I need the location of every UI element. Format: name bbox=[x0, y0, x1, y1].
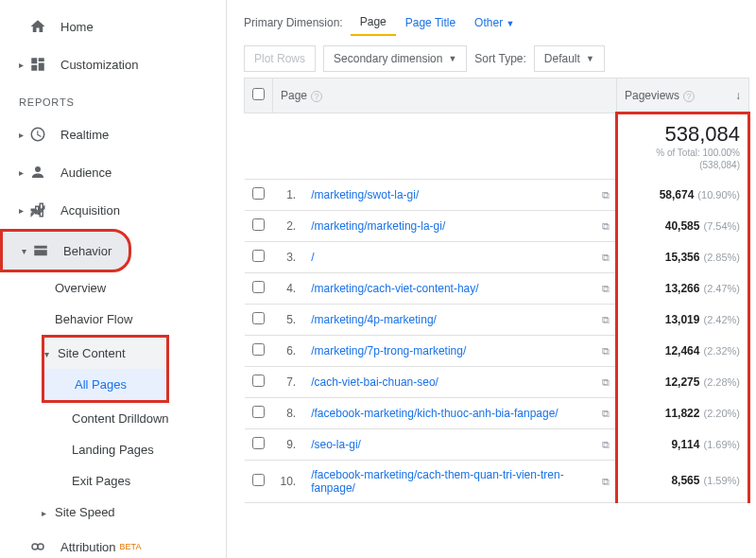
page-link[interactable]: /facebook-marketing/cach-them-quan-tri-v… bbox=[311, 468, 563, 495]
row-pageviews: 9,114(1.69%) bbox=[617, 428, 749, 460]
sub-overview[interactable]: Overview bbox=[0, 272, 226, 304]
row-checkbox[interactable] bbox=[252, 406, 265, 418]
reports-header: REPORTS bbox=[0, 83, 226, 115]
row-page-cell: /marketing/swot-la-gi/⧉ bbox=[303, 179, 616, 210]
th-checkbox bbox=[245, 78, 273, 113]
row-checkbox[interactable] bbox=[252, 437, 265, 449]
sort-desc-icon: ↓ bbox=[735, 89, 741, 102]
open-link-icon[interactable]: ⧉ bbox=[602, 475, 610, 487]
row-number: 9. bbox=[273, 428, 304, 460]
chevron-down-icon: ▼ bbox=[586, 54, 594, 63]
page-link[interactable]: / bbox=[311, 251, 314, 264]
th-page[interactable]: Page? bbox=[273, 78, 617, 113]
th-pageviews[interactable]: Pageviews?↓ bbox=[617, 78, 749, 113]
home-icon bbox=[28, 17, 47, 36]
row-pageviews: 12,275(2.28%) bbox=[617, 366, 749, 397]
page-link[interactable]: /cach-viet-bai-chuan-seo/ bbox=[311, 375, 438, 389]
nav-acquisition[interactable]: ▸ Acquisition bbox=[0, 191, 226, 229]
sub-site-content[interactable]: ▾Site Content bbox=[44, 338, 166, 369]
row-pageviews: 12,464(2.32%) bbox=[617, 335, 749, 366]
row-page-cell: /marketing/4p-marketing/⧉ bbox=[303, 304, 616, 335]
page-link[interactable]: /marketing/marketing-la-gi/ bbox=[311, 219, 445, 233]
row-checkbox[interactable] bbox=[252, 474, 265, 486]
caret-icon: ▾ bbox=[18, 246, 29, 256]
nav-audience-label: Audience bbox=[60, 166, 112, 180]
nav-acquisition-label: Acquisition bbox=[60, 203, 120, 218]
page-link[interactable]: /marketing/swot-la-gi/ bbox=[311, 188, 419, 201]
nav-customization-label: Customization bbox=[60, 58, 138, 72]
caret-down-icon: ▾ bbox=[44, 349, 54, 359]
sub-site-content-label: Site Content bbox=[58, 346, 126, 360]
dim-tab-other[interactable]: Other ▼ bbox=[465, 10, 524, 35]
nav-customization[interactable]: ▸ Customization bbox=[0, 45, 226, 83]
open-link-icon[interactable]: ⧉ bbox=[602, 282, 610, 294]
dashboard-icon bbox=[28, 55, 47, 74]
row-pageviews: 8,565(1.59%) bbox=[617, 460, 749, 502]
nav-attribution-label: Attribution bbox=[60, 540, 116, 554]
row-checkbox[interactable] bbox=[252, 187, 265, 200]
row-checkbox[interactable] bbox=[252, 343, 265, 356]
help-icon[interactable]: ? bbox=[683, 91, 695, 102]
row-number: 7. bbox=[273, 366, 304, 397]
row-number: 5. bbox=[273, 304, 304, 335]
sort-type-label: Sort Type: bbox=[474, 52, 525, 65]
sub-site-speed[interactable]: ▸Site Speed bbox=[0, 497, 226, 528]
row-checkbox[interactable] bbox=[252, 312, 265, 324]
dim-tab-page[interactable]: Page bbox=[351, 9, 396, 36]
data-table: Page? Pageviews?↓ 538,084 % of Total: 10… bbox=[244, 78, 750, 503]
row-number: 3. bbox=[273, 241, 304, 272]
page-link[interactable]: /marketing/4p-marketing/ bbox=[311, 313, 437, 326]
chevron-down-icon: ▼ bbox=[506, 19, 514, 28]
secondary-dimension-button[interactable]: Secondary dimension▼ bbox=[323, 45, 467, 72]
open-link-icon[interactable]: ⧉ bbox=[602, 344, 610, 357]
sub-site-speed-label: Site Speed bbox=[55, 505, 115, 519]
sub-content-drilldown[interactable]: Content Drilldown bbox=[0, 403, 226, 434]
chevron-down-icon: ▼ bbox=[448, 54, 456, 63]
open-link-icon[interactable]: ⧉ bbox=[602, 438, 610, 450]
sidebar: Home ▸ Customization REPORTS ▸ Realtime … bbox=[0, 0, 227, 558]
row-checkbox[interactable] bbox=[252, 281, 265, 293]
pageviews-total-cell: 538,084 % of Total: 100.00% (538,084) bbox=[617, 113, 749, 180]
row-checkbox[interactable] bbox=[252, 375, 265, 387]
page-link[interactable]: /marketing/7p-trong-marketing/ bbox=[311, 344, 466, 357]
row-number: 6. bbox=[273, 335, 304, 366]
sub-exit-pages[interactable]: Exit Pages bbox=[0, 465, 226, 497]
nav-realtime[interactable]: ▸ Realtime bbox=[0, 115, 226, 153]
row-pageviews: 58,674(10.90%) bbox=[617, 179, 749, 210]
page-link[interactable]: /seo-la-gi/ bbox=[311, 438, 361, 451]
help-icon[interactable]: ? bbox=[311, 91, 322, 102]
caret-icon: ▸ bbox=[15, 205, 26, 216]
open-link-icon[interactable]: ⧉ bbox=[602, 407, 610, 419]
sub-landing-pages[interactable]: Landing Pages bbox=[0, 434, 226, 465]
sort-default-button[interactable]: Default▼ bbox=[534, 45, 605, 72]
dim-tab-title[interactable]: Page Title bbox=[396, 10, 465, 35]
sub-behavior-flow[interactable]: Behavior Flow bbox=[0, 304, 226, 335]
open-link-icon[interactable]: ⧉ bbox=[602, 313, 610, 325]
page-link[interactable]: /facebook-marketing/kich-thuoc-anh-bia-f… bbox=[311, 407, 558, 420]
dimension-row: Primary Dimension: Page Page Title Other… bbox=[244, 9, 750, 36]
row-page-cell: /marketing/7p-trong-marketing/⧉ bbox=[303, 335, 616, 366]
nav-audience[interactable]: ▸ Audience bbox=[0, 153, 226, 191]
plot-rows-button[interactable]: Plot Rows bbox=[244, 45, 316, 72]
caret-icon: ▸ bbox=[42, 508, 51, 518]
row-page-cell: /cach-viet-bai-chuan-seo/⧉ bbox=[303, 366, 616, 397]
nav-home[interactable]: Home bbox=[0, 8, 226, 45]
sub-all-pages[interactable]: All Pages bbox=[44, 369, 166, 400]
row-number: 8. bbox=[273, 397, 304, 428]
caret-icon: ▸ bbox=[15, 130, 26, 140]
page-link[interactable]: /marketing/cach-viet-content-hay/ bbox=[311, 282, 478, 295]
row-pageviews: 13,266(2.47%) bbox=[617, 272, 749, 304]
row-checkbox[interactable] bbox=[252, 250, 265, 262]
nav-attribution[interactable]: Attribution BETA bbox=[0, 528, 226, 558]
nav-realtime-label: Realtime bbox=[60, 128, 109, 142]
row-checkbox[interactable] bbox=[252, 218, 265, 231]
select-all-checkbox[interactable] bbox=[252, 88, 265, 100]
nav-behavior[interactable]: ▾ Behavior bbox=[0, 229, 131, 272]
open-link-icon[interactable]: ⧉ bbox=[602, 375, 610, 388]
open-link-icon[interactable]: ⧉ bbox=[602, 188, 610, 201]
toolbar-row: Plot Rows Secondary dimension▼ Sort Type… bbox=[244, 45, 750, 72]
open-link-icon[interactable]: ⧉ bbox=[602, 251, 610, 263]
open-link-icon[interactable]: ⧉ bbox=[602, 219, 610, 232]
beta-badge: BETA bbox=[120, 542, 142, 551]
caret-icon: ▸ bbox=[15, 167, 26, 178]
